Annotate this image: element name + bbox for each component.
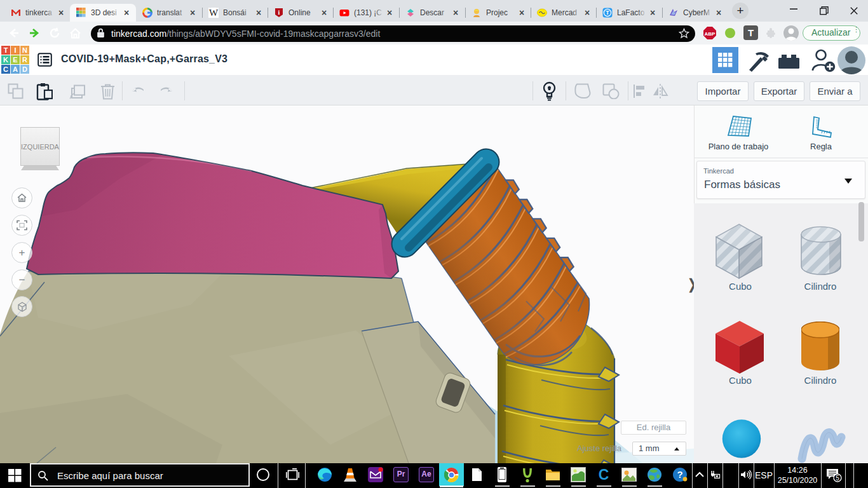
svg-text:ABP: ABP xyxy=(705,31,716,37)
svg-text:?: ? xyxy=(677,469,682,480)
svg-text:C: C xyxy=(599,467,609,482)
svg-text:T: T xyxy=(606,10,609,16)
svg-text:5: 5 xyxy=(836,475,839,482)
svg-text:i: i xyxy=(278,9,280,16)
svg-text:W: W xyxy=(209,8,219,18)
